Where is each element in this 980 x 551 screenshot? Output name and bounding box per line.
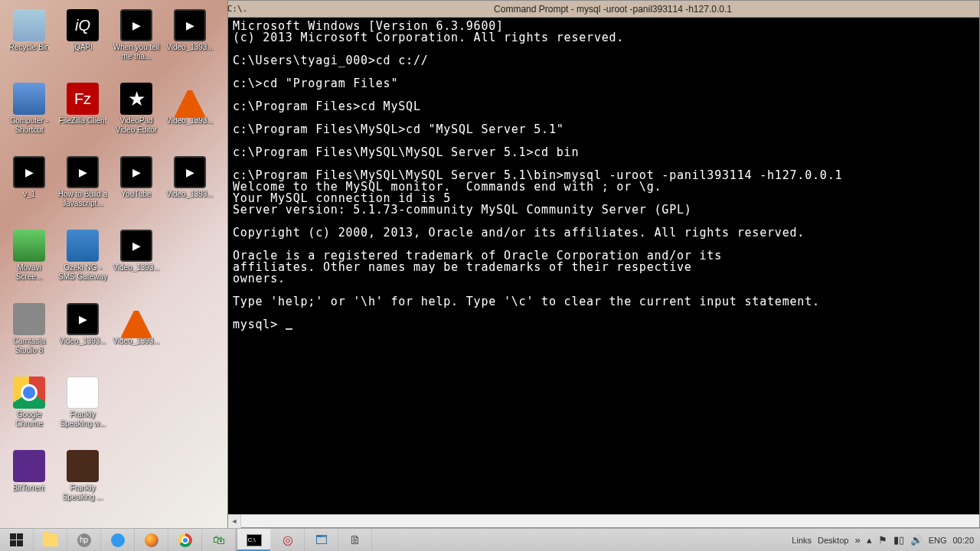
desktop-icon-video-6[interactable]: Video_1393...	[110, 300, 162, 370]
desktop-icon-camtasia[interactable]: Camtasia Studio 8	[3, 300, 55, 370]
desktop-icon-youtube[interactable]: YouTube	[110, 153, 162, 223]
taskbar-cmd[interactable]: C:\	[237, 529, 271, 551]
desktop-icon-bittorrent[interactable]: BitTorrent	[3, 447, 55, 517]
tray-network-icon[interactable]: ▮▯	[893, 534, 904, 546]
camtasia-icon	[13, 303, 45, 335]
ozeki-icon	[67, 230, 99, 262]
video-1-icon	[174, 9, 206, 41]
desktop-icon-videopad[interactable]: VideoPad Video Editor	[110, 80, 162, 150]
desktop-icon-label: BitTorrent	[13, 484, 46, 493]
movavi-icon	[13, 230, 45, 262]
desktop-icon-label: Frankly Speaking ...	[57, 484, 108, 502]
frankly-1-icon	[67, 377, 99, 409]
command-prompt-window[interactable]: C:\. Command Prompt - mysql -uroot -pani…	[227, 0, 980, 528]
desktop-icon-label: Video_1393...	[166, 190, 214, 199]
system-tray: Links Desktop » ▴ ⚑ ▮▯ 🔊 ENG 00:20	[786, 529, 980, 551]
desktop-icon-label: Google Chrome	[4, 410, 54, 429]
tray-overflow-icon[interactable]: ▴	[867, 534, 872, 546]
video-5-icon	[67, 303, 99, 335]
tray-flag-icon[interactable]: ⚑	[878, 534, 887, 546]
desktop-icon-video-4[interactable]: Video_1393...	[110, 227, 162, 297]
desktop-icon-recycle-bin[interactable]: Recycle Bin	[3, 6, 55, 77]
desktop-icon-v1[interactable]: v_1	[3, 153, 55, 223]
taskbar-firefox[interactable]	[135, 529, 168, 551]
video-4-icon	[120, 230, 152, 262]
tray-chevron-icon[interactable]: »	[854, 534, 860, 546]
cmd-titlebar[interactable]: C:\. Command Prompt - mysql -uroot -pani…	[228, 1, 979, 18]
taskbar-hp[interactable]: hp	[67, 529, 101, 551]
video-6-icon	[120, 306, 152, 338]
desktop-icon-video-5[interactable]: Video_1393...	[57, 300, 109, 370]
bittorrent-icon	[13, 450, 45, 482]
jqapi-icon: iQ	[67, 9, 99, 41]
desktop-icon-label: Video_1393...	[59, 337, 106, 346]
cmd-output[interactable]: Microsoft Windows [Version 6.3.9600] (c)…	[228, 18, 979, 514]
chrome-icon	[13, 377, 45, 409]
tray-links-label[interactable]: Links	[792, 536, 812, 545]
desktop-icon-ozeki[interactable]: Ozeki NG - SMS Gateway	[57, 227, 109, 297]
tray-desktop-toolbar[interactable]: Desktop	[818, 536, 848, 545]
desktop-icon-when-you-tell[interactable]: When you tell me tha...	[110, 6, 162, 77]
desktop-icon-video-1[interactable]: Video_1393...	[164, 6, 216, 77]
video-3-icon	[174, 156, 206, 188]
desktop-icon-movavi[interactable]: Movavi Scree...	[3, 227, 55, 297]
computer-shortcut-icon	[13, 83, 45, 115]
desktop-icon-label: How to Build a Javascript...	[57, 190, 108, 208]
desktop-icon-label: Video_1393...	[166, 43, 214, 52]
desktop-icon-video-2[interactable]: Video_1393...	[164, 80, 216, 150]
tray-language[interactable]: ENG	[929, 536, 947, 545]
howto-js-icon	[67, 156, 99, 188]
desktop-icon-frankly-2[interactable]: Frankly Speaking ...	[57, 447, 109, 517]
tray-clock[interactable]: 00:20	[952, 536, 974, 545]
youtube-icon	[120, 156, 152, 188]
desktop-icon-computer-shortcut[interactable]: Computer - Shortcut	[3, 80, 55, 150]
desktop-icon-label: Ozeki NG - SMS Gateway	[57, 263, 108, 282]
recycle-bin-icon	[13, 9, 45, 41]
desktop-icon-label: jQAPI	[73, 43, 93, 52]
desktop-icon-label: YouTube	[121, 190, 151, 199]
taskbar-chrome[interactable]	[168, 529, 202, 551]
cmd-titlebar-icon: C:\.	[228, 4, 247, 14]
taskbar-app-2[interactable]: 🗔	[305, 529, 338, 551]
filezilla-icon: Fz	[67, 83, 99, 115]
desktop-icon-label: Video_1393...	[113, 263, 160, 272]
taskbar-file-explorer[interactable]	[34, 529, 67, 551]
tray-volume-icon[interactable]: 🔊	[910, 534, 923, 546]
start-button[interactable]	[0, 529, 34, 551]
when-you-tell-icon	[120, 9, 152, 41]
taskbar-app-3[interactable]: 🗎	[338, 529, 372, 551]
desktop-icon-jqapi[interactable]: iQjQAPI	[57, 6, 109, 77]
video-2-icon	[174, 86, 206, 118]
cmd-scrollbar-horizontal[interactable]: ◄	[228, 514, 979, 527]
desktop-icon-label: Computer - Shortcut	[4, 116, 54, 135]
desktop: Recycle BiniQjQAPIWhen you tell me tha..…	[0, 0, 222, 528]
taskbar-app-1[interactable]: ◎	[271, 529, 305, 551]
v1-icon	[13, 156, 45, 188]
desktop-icon-chrome[interactable]: Google Chrome	[3, 373, 55, 444]
videopad-icon	[120, 83, 152, 115]
desktop-icon-label: When you tell me tha...	[111, 43, 162, 61]
desktop-icon-howto-js[interactable]: How to Build a Javascript...	[57, 153, 109, 223]
taskbar-internet-explorer[interactable]	[101, 529, 135, 551]
cmd-title: Command Prompt - mysql -uroot -panil3931…	[247, 4, 979, 15]
taskbar: hp 🛍 C:\ ◎ 🗔 🗎 Links Desktop » ▴ ⚑ ▮▯ 🔊 …	[0, 528, 980, 551]
taskbar-store[interactable]: 🛍	[202, 529, 236, 551]
desktop-icon-label: Recycle Bin	[9, 43, 50, 52]
desktop-icon-video-3[interactable]: Video_1393...	[164, 153, 216, 223]
cmd-scrollbar-left-arrow[interactable]: ◄	[228, 515, 241, 528]
desktop-icon-label: Camtasia Studio 8	[4, 337, 54, 355]
frankly-2-icon	[67, 450, 99, 482]
desktop-icon-label: Frankly Speaking w...	[57, 410, 108, 429]
desktop-icon-label: VideoPad Video Editor	[111, 116, 162, 135]
desktop-icon-label: v_1	[23, 190, 35, 199]
desktop-icon-frankly-1[interactable]: Frankly Speaking w...	[57, 373, 109, 444]
desktop-icon-label: FileZilla Client	[59, 116, 107, 126]
desktop-icon-label: Movavi Scree...	[4, 263, 54, 282]
desktop-icon-filezilla[interactable]: FzFileZilla Client	[57, 80, 109, 150]
